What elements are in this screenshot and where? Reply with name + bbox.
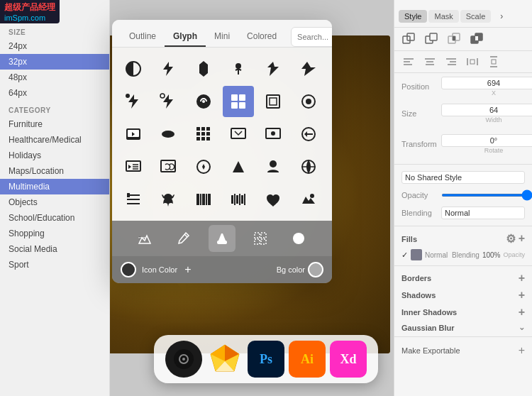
icon-cell[interactable] — [118, 119, 149, 150]
icon-cell[interactable] — [188, 151, 219, 182]
xd-icon[interactable]: Xd — [330, 341, 367, 378]
icon-cell[interactable] — [257, 184, 289, 215]
icon-cell[interactable] — [153, 119, 184, 150]
category-furniture[interactable]: Furniture — [0, 116, 109, 132]
mask-button[interactable]: Mask — [428, 10, 458, 23]
bucket-tool-icon[interactable] — [209, 225, 235, 252]
bg-color-dot[interactable] — [308, 262, 323, 277]
svg-point-3 — [235, 63, 241, 69]
align-left-icon[interactable] — [399, 53, 419, 70]
svg-rect-16 — [267, 95, 279, 108]
blackmagic-icon[interactable] — [165, 341, 202, 378]
tab-mini[interactable]: Mini — [206, 27, 238, 47]
size-24px[interactable]: 24px — [0, 38, 109, 54]
icon-cell[interactable] — [153, 53, 184, 84]
tab-glyph[interactable]: Glyph — [165, 27, 206, 47]
intersect-button[interactable] — [444, 31, 464, 48]
fill-opacity-label: Opacity — [503, 251, 525, 258]
make-exportable-add-icon[interactable]: + — [519, 344, 525, 357]
icon-cell[interactable] — [293, 184, 324, 215]
icon-cell[interactable] — [223, 151, 254, 182]
category-healthcare[interactable]: Healthcare/Medical — [0, 132, 109, 148]
svg-point-22 — [162, 131, 174, 138]
size-48px[interactable]: 48px — [0, 70, 109, 85]
icon-color-dot[interactable] — [121, 262, 136, 277]
icon-cell[interactable] — [118, 184, 149, 215]
chart-tool-icon[interactable] — [132, 225, 159, 252]
svg-point-61 — [310, 194, 314, 198]
icon-cell[interactable] — [153, 184, 184, 215]
icon-cell[interactable] — [118, 53, 149, 84]
icon-cell[interactable] — [153, 151, 184, 182]
icon-cell[interactable] — [188, 53, 219, 84]
distribute-v-icon[interactable] — [484, 53, 504, 70]
subtract-button[interactable] — [421, 31, 441, 48]
icon-cell[interactable] — [293, 86, 324, 117]
icon-cell[interactable] — [223, 119, 254, 150]
icon-cell[interactable] — [293, 119, 324, 150]
svg-point-69 — [293, 233, 304, 244]
icon-cell[interactable] — [118, 86, 149, 117]
category-social-media[interactable]: Social Media — [0, 241, 109, 257]
blending-select[interactable]: Normal — [441, 207, 525, 219]
icon-cell[interactable] — [257, 86, 289, 117]
transform-rotate-input[interactable] — [441, 134, 532, 147]
icon-cell[interactable] — [293, 151, 324, 182]
align-right-icon[interactable] — [441, 53, 461, 70]
shadows-add-icon[interactable]: + — [519, 289, 525, 302]
icon-cell[interactable] — [223, 184, 254, 215]
align-center-icon[interactable] — [420, 53, 440, 70]
icon-cell[interactable] — [188, 119, 219, 150]
icon-cell[interactable] — [223, 53, 254, 84]
icon-cell[interactable] — [223, 86, 254, 117]
eyedropper-tool-icon[interactable] — [170, 225, 197, 252]
icon-cell[interactable] — [257, 53, 289, 84]
size-32px[interactable]: 32px — [0, 54, 109, 70]
sketch-icon[interactable] — [206, 341, 243, 378]
tab-outline[interactable]: Outline — [121, 27, 165, 47]
scale-button[interactable]: Scale — [460, 10, 492, 23]
category-holidays[interactable]: Holidays — [0, 148, 109, 163]
category-shopping[interactable]: Shopping — [0, 226, 109, 241]
icon-cell[interactable] — [257, 151, 289, 182]
category-maps[interactable]: Maps/Location — [0, 163, 109, 179]
style-select[interactable]: No Shared Style — [401, 171, 525, 184]
opacity-slider[interactable] — [441, 194, 532, 197]
union-button[interactable] — [399, 31, 419, 48]
category-school[interactable]: School/Education — [0, 210, 109, 226]
tab-colored[interactable]: Colored — [238, 27, 285, 47]
icon-cell[interactable] — [118, 151, 149, 182]
icon-cell[interactable] — [293, 53, 324, 84]
icon-cell[interactable] — [188, 86, 219, 117]
inner-shadows-add-icon[interactable]: + — [519, 306, 525, 319]
icon-cell[interactable] — [188, 184, 219, 215]
icon-color-add[interactable]: + — [184, 263, 191, 276]
svg-rect-52 — [202, 194, 205, 205]
search-input[interactable] — [291, 27, 332, 47]
fills-settings-icon[interactable]: ⚙ — [506, 232, 516, 246]
size-64px[interactable]: 64px — [0, 85, 109, 101]
distribute-h-icon[interactable] — [462, 53, 482, 70]
photoshop-icon[interactable]: Ps — [248, 341, 284, 378]
borders-add-icon[interactable]: + — [519, 272, 525, 285]
category-multimedia[interactable]: Multimedia — [0, 179, 109, 194]
position-x-input[interactable] — [441, 77, 532, 89]
circle-tool-icon[interactable] — [285, 225, 312, 252]
category-objects[interactable]: Objects — [0, 194, 109, 210]
icon-cell[interactable] — [257, 119, 289, 150]
style-button[interactable]: Style — [399, 10, 427, 23]
fill-color-box[interactable] — [411, 249, 422, 260]
svg-line-63 — [184, 234, 187, 237]
fill-checkbox[interactable]: ✓ — [401, 251, 408, 260]
svg-rect-73 — [430, 33, 437, 40]
category-section-label: CATEGORY — [0, 101, 109, 116]
icon-cell[interactable] — [153, 86, 184, 117]
fills-add-icon[interactable]: + — [519, 232, 525, 246]
difference-button[interactable] — [467, 31, 487, 48]
illustrator-icon[interactable]: Ai — [289, 341, 326, 378]
gaussian-blur-toggle[interactable]: ⌄ — [519, 323, 525, 332]
category-sport[interactable]: Sport — [0, 257, 109, 273]
select-tool-icon[interactable] — [247, 225, 274, 252]
size-width-input[interactable] — [441, 104, 532, 116]
more-options-icon[interactable]: › — [492, 9, 511, 24]
